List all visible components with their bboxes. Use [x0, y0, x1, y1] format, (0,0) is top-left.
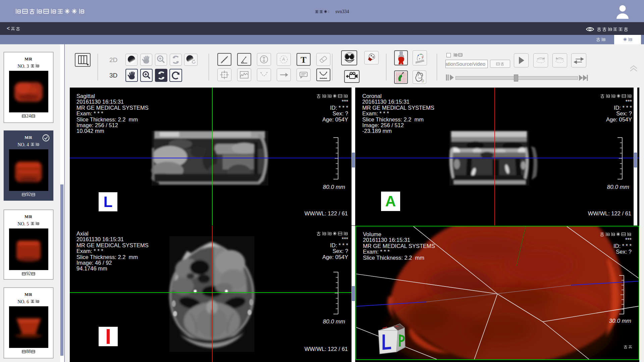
svg-text:T: T [301, 55, 306, 65]
svg-text:D: D [422, 79, 424, 83]
